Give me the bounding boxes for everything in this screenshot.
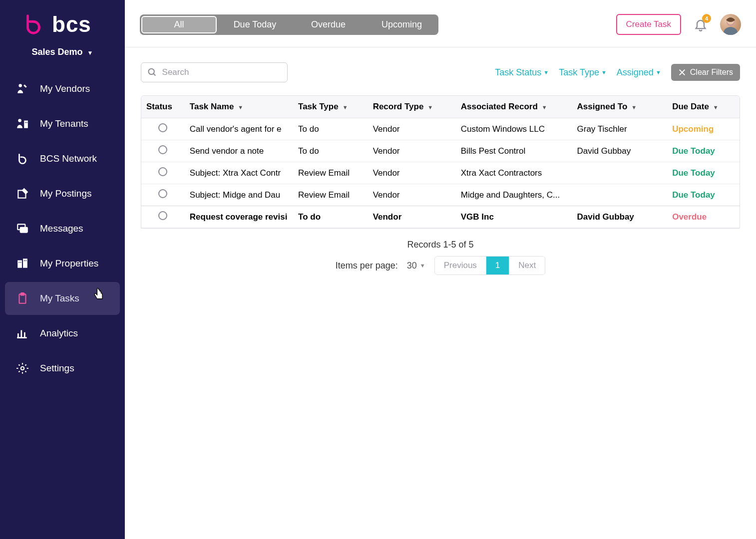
sort-icon: ▼	[713, 104, 719, 110]
svg-rect-8	[17, 261, 22, 268]
sidebar-item-my-tasks[interactable]: My Tasks	[5, 282, 120, 315]
cell-due-date: Upcoming	[667, 118, 740, 140]
cell-due-date: Due Today	[667, 162, 740, 184]
search-box[interactable]	[141, 62, 288, 82]
cell-due-date: Due Today	[667, 140, 740, 162]
svg-rect-9	[23, 259, 27, 268]
cell-assigned-to	[572, 162, 668, 184]
pager-next[interactable]: Next	[509, 257, 545, 274]
notifications-button[interactable]: 4	[691, 15, 710, 34]
filter-task-type[interactable]: Task Type ▼	[559, 67, 607, 78]
svg-point-1	[18, 119, 21, 122]
cell-due-date: Due Today	[667, 184, 740, 206]
cell-status[interactable]	[141, 206, 185, 228]
tab-all[interactable]: All	[141, 16, 217, 33]
cell-record-type: Vendor	[368, 118, 456, 140]
col-due-date[interactable]: Due Date▼	[667, 96, 740, 118]
tab-due-today[interactable]: Due Today	[218, 14, 292, 35]
cell-status[interactable]	[141, 140, 185, 162]
sidebar-item-messages[interactable]: Messages	[5, 212, 120, 245]
table-row[interactable]: Send vendor a noteTo doVendorBills Pest …	[141, 140, 740, 162]
sidebar-item-label: My Tenants	[40, 118, 88, 129]
sidebar-item-my-tenants[interactable]: My Tenants	[5, 107, 120, 140]
cell-associated-record: VGB Inc	[456, 206, 572, 228]
col-associated-record[interactable]: Associated Record▼	[456, 96, 572, 118]
svg-rect-12	[24, 261, 25, 262]
cell-assigned-to: Gray Tischler	[572, 118, 668, 140]
sort-icon: ▼	[631, 104, 637, 110]
clear-filters-button[interactable]: Clear Filters	[671, 64, 740, 81]
sidebar-item-settings[interactable]: Settings	[5, 352, 120, 385]
user-avatar[interactable]	[720, 14, 741, 35]
sort-icon: ▼	[343, 104, 348, 110]
filter-task-type-label: Task Type	[559, 67, 599, 78]
cell-task-name: Send vendor a note	[185, 140, 293, 162]
cell-status[interactable]	[141, 118, 185, 140]
filter-assigned-label: Assigned	[617, 67, 654, 78]
filter-assigned[interactable]: Assigned ▼	[617, 67, 661, 78]
logo-mark-icon	[16, 152, 29, 165]
sidebar-item-my-postings[interactable]: My Postings	[5, 177, 120, 210]
filter-task-status-label: Task Status	[495, 67, 541, 78]
topbar: AllDue TodayOverdueUpcoming Create Task …	[125, 0, 756, 47]
cell-assigned-to	[572, 184, 668, 206]
col-task-name[interactable]: Task Name▼	[185, 96, 293, 118]
pager: Previous 1 Next	[434, 256, 546, 275]
tab-overdue[interactable]: Overdue	[292, 14, 365, 35]
cell-associated-record: Midge and Daughters, C...	[456, 184, 572, 206]
col-record-type[interactable]: Record Type▼	[368, 96, 456, 118]
svg-rect-7	[20, 228, 27, 233]
cell-task-name: Subject: Xtra Xact Contr	[185, 162, 293, 184]
svg-rect-15	[21, 293, 24, 295]
col-task-type[interactable]: Task Type▼	[293, 96, 368, 118]
svg-line-25	[153, 73, 155, 75]
cell-assigned-to: David Gubbay	[572, 140, 668, 162]
table-row[interactable]: Call vendor's agent for eTo doVendorCust…	[141, 118, 740, 140]
cell-task-type: To do	[293, 140, 368, 162]
col-assigned-to[interactable]: Assigned To▼	[572, 96, 668, 118]
pin-note-icon	[16, 187, 29, 200]
clear-filters-label: Clear Filters	[690, 68, 733, 77]
items-per-page-label: Items per page:	[336, 261, 398, 271]
cell-due-date: Overdue	[667, 206, 740, 228]
search-input[interactable]	[162, 67, 281, 77]
sort-icon: ▼	[542, 104, 547, 110]
sidebar-item-analytics[interactable]: Analytics	[5, 317, 120, 350]
pager-previous[interactable]: Previous	[435, 257, 486, 274]
org-label: Sales Demo	[32, 47, 83, 57]
status-circle-icon	[158, 211, 167, 220]
svg-point-22	[724, 27, 738, 35]
logo-text: bcs	[52, 12, 91, 37]
col-status[interactable]: Status	[141, 96, 185, 118]
pager-page-1[interactable]: 1	[486, 257, 509, 274]
sidebar-item-label: Analytics	[40, 328, 78, 339]
svg-rect-4	[26, 122, 27, 123]
bar-chart-icon	[16, 327, 29, 340]
org-selector[interactable]: Sales Demo ▼	[0, 41, 125, 71]
sidebar-item-label: My Vendors	[40, 83, 90, 94]
filter-task-status[interactable]: Task Status ▼	[495, 67, 549, 78]
chevron-down-icon: ▼	[87, 49, 93, 56]
sidebar-item-label: Settings	[40, 363, 74, 374]
table-header-row: Status Task Name▼ Task Type▼ Record Type…	[141, 96, 740, 118]
clipboard-icon	[16, 292, 29, 305]
svg-rect-10	[18, 262, 19, 263]
cell-status[interactable]	[141, 184, 185, 206]
sidebar-item-my-properties[interactable]: My Properties	[5, 247, 120, 280]
sidebar-item-bcs-network[interactable]: BCS Network	[5, 142, 120, 175]
sort-icon: ▼	[238, 104, 243, 110]
table-row[interactable]: Request coverage revisiTo doVendorVGB In…	[141, 206, 740, 228]
create-task-button[interactable]: Create Task	[616, 14, 681, 35]
svg-point-24	[148, 69, 154, 74]
sidebar-item-my-vendors[interactable]: My Vendors	[5, 72, 120, 105]
items-per-page-select[interactable]: 30 ▼	[407, 261, 425, 271]
table-footer: Records 1-5 of 5 Items per page: 30 ▼ Pr…	[125, 229, 756, 280]
filters-row: Task Status ▼ Task Type ▼ Assigned ▼ Cle…	[125, 47, 756, 90]
table-row[interactable]: Subject: Xtra Xact ContrReview EmailVend…	[141, 162, 740, 184]
table-row[interactable]: Subject: Midge and DauReview EmailVendor…	[141, 184, 740, 206]
svg-rect-2	[24, 121, 28, 128]
sidebar-item-label: My Postings	[40, 188, 91, 199]
buildings-icon	[16, 257, 29, 270]
cell-status[interactable]	[141, 162, 185, 184]
tab-upcoming[interactable]: Upcoming	[365, 14, 438, 35]
